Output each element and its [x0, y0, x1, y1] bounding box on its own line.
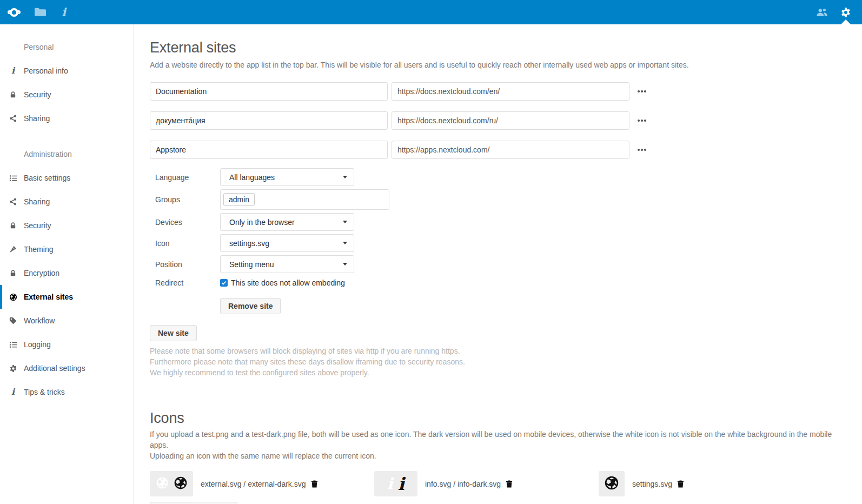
sidebar-item-encryption[interactable]: Encryption [0, 261, 133, 285]
site-name-input[interactable] [150, 82, 388, 101]
contacts-icon [816, 8, 828, 17]
chevron-down-icon [343, 263, 347, 266]
lock-icon [9, 269, 17, 277]
sidebar-item-label: Sharing [24, 114, 50, 123]
delete-icon-button[interactable] [505, 480, 513, 488]
site-options-menu-icon[interactable] [636, 145, 647, 154]
icon-preview-box [150, 471, 193, 496]
sidebar-item-personal-info[interactable]: i Personal info [0, 59, 133, 83]
list-icon [9, 174, 17, 182]
gear-icon [9, 364, 17, 373]
page-title: External sites [150, 39, 840, 56]
list-icon [9, 340, 17, 349]
site-options-menu-icon[interactable] [636, 87, 647, 96]
devices-select-value: Only in the browser [229, 218, 295, 227]
settings-menu-button[interactable] [834, 0, 858, 24]
globe-icon-dark [604, 475, 619, 492]
info-icon-light: i [387, 476, 393, 492]
site-name-input[interactable] [150, 141, 388, 159]
site-url-input[interactable] [392, 111, 629, 130]
sidebar-item-label: Personal info [24, 67, 68, 75]
sidebar-item-external-sites[interactable]: External sites [0, 285, 133, 309]
site-name-input[interactable] [150, 111, 388, 130]
redirect-row: Redirect This site does not allow embedi… [150, 278, 840, 287]
info-icon-dark: i [398, 475, 405, 493]
devices-select[interactable]: Only in the browser [220, 213, 354, 231]
chevron-down-icon [343, 221, 347, 223]
lock-icon [9, 90, 17, 99]
site-row [150, 111, 840, 130]
group-chip[interactable]: admin [223, 193, 255, 206]
position-select[interactable]: Setting menu [220, 255, 354, 273]
files-app-icon[interactable] [28, 0, 52, 24]
sidebar-item-tips-tricks[interactable]: i Tips & tricks [0, 380, 133, 404]
remove-site-button[interactable]: Remove site [220, 298, 281, 314]
new-site-button[interactable]: New site [150, 325, 197, 341]
sidebar-item-security-admin[interactable]: Security [0, 214, 133, 237]
external-sites-app-icon[interactable]: i [52, 0, 76, 24]
upload-new-icon-button[interactable]: Upload new icon [150, 502, 237, 504]
sidebar-item-workflow[interactable]: Workflow [0, 309, 133, 333]
folder-icon [35, 8, 46, 17]
groups-input[interactable]: admin [220, 189, 389, 210]
sidebar-section-gap [0, 130, 133, 142]
icon-row: Icon settings.svg [150, 234, 840, 252]
delete-icon-button[interactable] [310, 480, 319, 488]
site-url-input[interactable] [392, 141, 629, 159]
contacts-menu-button[interactable] [810, 0, 834, 24]
sidebar-item-sharing-admin[interactable]: Sharing [0, 190, 133, 214]
position-row: Position Setting menu [150, 255, 840, 273]
redirect-label: Redirect [150, 278, 220, 287]
globe-icon-light [156, 476, 169, 491]
groups-row: Groups admin [150, 189, 840, 210]
active-app-caret [841, 19, 851, 24]
language-select-value: All languages [229, 173, 275, 182]
icon-filename: settings.svg [632, 480, 672, 488]
icon-label: Icon [150, 239, 220, 248]
brush-icon [9, 245, 17, 254]
position-select-value: Setting menu [229, 260, 274, 269]
tag-icon [9, 316, 17, 325]
chevron-down-icon [343, 176, 347, 178]
site-row [150, 82, 840, 101]
sidebar-item-label: Sharing [24, 197, 50, 206]
devices-row: Devices Only in the browser [150, 213, 840, 231]
sidebar-item-security-personal[interactable]: Security [0, 83, 133, 107]
sidebar-caption-personal: Personal [0, 35, 133, 59]
info-icon: i [9, 388, 17, 396]
note-line: Furthermore please note that many sites … [150, 359, 840, 366]
info-icon: i [62, 6, 66, 18]
page-description: Add a website directly to the app list i… [150, 59, 840, 70]
site-settings-form: Language All languages Groups admin Devi… [150, 168, 840, 314]
icon-select[interactable]: settings.svg [220, 234, 354, 252]
language-select[interactable]: All languages [220, 168, 354, 186]
sidebar-item-label: Tips & tricks [24, 388, 65, 396]
icons-description-line2: Uploading an icon with the same name wil… [150, 450, 840, 461]
settings-sidebar: Personal i Personal info Security Sharin… [0, 24, 134, 504]
share-icon [9, 197, 17, 206]
site-row [150, 141, 840, 159]
globe-icon [9, 293, 17, 301]
icon-select-value: settings.svg [229, 239, 269, 248]
delete-icon-button[interactable] [677, 480, 685, 488]
sidebar-item-label: Security [24, 90, 51, 99]
sidebar-item-label: Logging [24, 340, 51, 349]
sidebar-item-label: Theming [24, 245, 53, 254]
info-icon: i [9, 67, 17, 75]
uploaded-icons-list: external.svg / external-dark.svg i i inf… [150, 471, 840, 496]
redirect-checkbox[interactable]: This site does not allow embeding [220, 278, 345, 287]
globe-icon-dark [174, 476, 188, 492]
sidebar-item-basic-settings[interactable]: Basic settings [0, 166, 133, 190]
site-url-input[interactable] [392, 82, 629, 101]
sidebar-item-logging[interactable]: Logging [0, 333, 133, 356]
site-options-menu-icon[interactable] [636, 116, 647, 125]
top-bar: i [0, 0, 862, 24]
sidebar-item-additional-settings[interactable]: Additional settings [0, 356, 133, 380]
sidebar-item-theming[interactable]: Theming [0, 237, 133, 261]
icon-entry-settings: settings.svg [599, 471, 685, 496]
icon-preview-box: i i [374, 471, 417, 496]
sidebar-item-sharing-personal[interactable]: Sharing [0, 107, 133, 130]
nextcloud-logo-icon[interactable] [8, 8, 21, 17]
note-line: We highly recommend to test the configur… [150, 369, 840, 376]
redirect-checkbox-label: This site does not allow embeding [231, 278, 345, 287]
